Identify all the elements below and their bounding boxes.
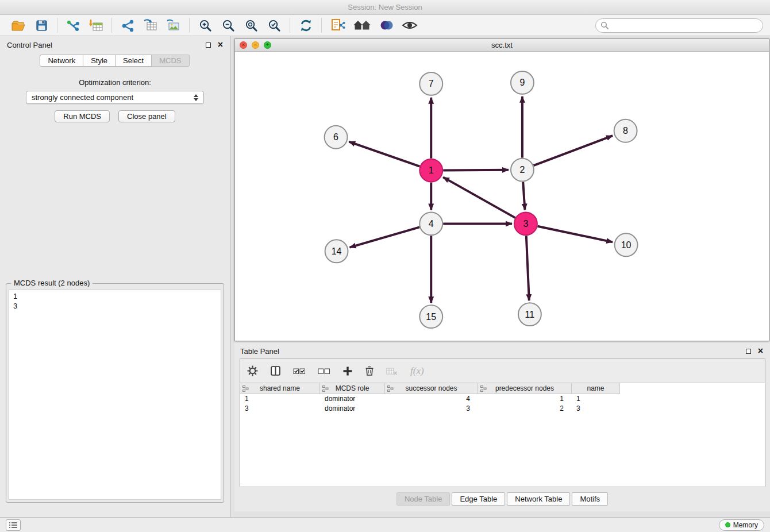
mcds-result-title: MCDS result (2 nodes) bbox=[11, 279, 93, 287]
export-image-button[interactable] bbox=[164, 17, 183, 34]
table-row[interactable]: 1 dominator 4 1 1 bbox=[240, 394, 765, 404]
annotation-share-button[interactable] bbox=[328, 17, 346, 34]
svg-text:14: 14 bbox=[332, 246, 342, 256]
graph-node-6[interactable]: 6 bbox=[325, 126, 348, 149]
graph-edge-3-11[interactable] bbox=[526, 236, 529, 300]
cell-mcds-role: dominator bbox=[320, 404, 385, 414]
graph-node-9[interactable]: 9 bbox=[511, 71, 534, 94]
svg-text:7: 7 bbox=[429, 79, 434, 88]
table-panel-title: Table Panel bbox=[240, 347, 279, 356]
svg-text:2: 2 bbox=[519, 165, 525, 175]
delete-column-button[interactable] bbox=[365, 365, 374, 376]
tab-motifs[interactable]: Motifs bbox=[572, 492, 608, 506]
graph-node-11[interactable]: 11 bbox=[518, 303, 541, 326]
tab-network-table[interactable]: Network Table bbox=[507, 492, 570, 506]
mcds-result-item[interactable]: 3 bbox=[13, 301, 217, 311]
cell-predecessor-nodes: 2 bbox=[478, 404, 572, 414]
column-header-successor-nodes[interactable]: successor nodes bbox=[385, 383, 478, 394]
import-table-icon bbox=[88, 18, 103, 33]
home-button[interactable] bbox=[351, 17, 373, 34]
svg-text:15: 15 bbox=[426, 312, 436, 322]
svg-text:8: 8 bbox=[623, 126, 628, 136]
close-panel-button[interactable]: × bbox=[218, 41, 223, 48]
graph-node-14[interactable]: 14 bbox=[325, 240, 348, 263]
zoom-in-button[interactable] bbox=[196, 17, 214, 34]
cell-successor-nodes: 4 bbox=[385, 394, 478, 404]
minimize-window-button[interactable]: − bbox=[252, 41, 259, 49]
column-header-name[interactable]: name bbox=[572, 383, 620, 394]
criterion-dropdown[interactable]: strongly connected component bbox=[26, 91, 204, 104]
zoom-out-icon bbox=[221, 18, 236, 33]
delete-table-icon bbox=[386, 367, 398, 376]
graph-edge-1-6[interactable] bbox=[349, 142, 419, 167]
graph-node-15[interactable]: 15 bbox=[419, 305, 442, 328]
svg-text:11: 11 bbox=[525, 310, 535, 319]
show-columns-button[interactable] bbox=[270, 365, 281, 376]
task-history-button[interactable] bbox=[6, 519, 21, 531]
table-row[interactable]: 3 dominator 3 2 3 bbox=[240, 404, 765, 414]
table-settings-button[interactable] bbox=[247, 365, 258, 376]
graph-edge-4-14[interactable] bbox=[350, 227, 420, 247]
function-builder-button[interactable]: f(x) bbox=[410, 365, 424, 377]
column-header-predecessor-nodes[interactable]: predecessor nodes bbox=[478, 383, 572, 394]
toolbar-separator bbox=[321, 18, 322, 33]
float-panel-button[interactable] bbox=[206, 43, 211, 48]
refresh-button[interactable] bbox=[297, 17, 315, 34]
tab-select[interactable]: Select bbox=[115, 55, 152, 67]
criterion-dropdown-value: strongly connected component bbox=[32, 93, 133, 102]
svg-text:10: 10 bbox=[621, 240, 632, 250]
tab-edge-table[interactable]: Edge Table bbox=[452, 492, 505, 506]
graph-node-1[interactable]: 1 bbox=[419, 159, 442, 182]
tab-style[interactable]: Style bbox=[83, 55, 116, 67]
graph-node-3[interactable]: 3 bbox=[514, 212, 537, 235]
close-panel-button-mcds[interactable]: Close panel bbox=[118, 110, 175, 122]
deselect-all-rows-button[interactable] bbox=[318, 367, 330, 376]
network-canvas[interactable]: 7968124314101511 bbox=[235, 52, 769, 341]
zoom-fit-button[interactable] bbox=[242, 17, 260, 34]
save-session-button[interactable] bbox=[32, 17, 51, 34]
network-from-table-button[interactable] bbox=[141, 17, 160, 34]
zoom-out-button[interactable] bbox=[219, 17, 237, 34]
graph-edge-3-1[interactable] bbox=[443, 177, 515, 218]
tab-node-table[interactable]: Node Table bbox=[396, 492, 451, 506]
graph-node-7[interactable]: 7 bbox=[419, 72, 442, 95]
show-hide-button[interactable] bbox=[401, 17, 419, 34]
tab-mcds[interactable]: MCDS bbox=[151, 55, 189, 67]
memory-button[interactable]: Memory bbox=[719, 519, 764, 531]
zoom-window-button[interactable]: + bbox=[264, 41, 271, 49]
cell-predecessor-nodes: 1 bbox=[478, 394, 572, 404]
graph-node-4[interactable]: 4 bbox=[419, 212, 442, 235]
search-icon bbox=[600, 21, 609, 32]
network-window-title: scc.txt bbox=[491, 41, 513, 49]
close-window-button[interactable]: × bbox=[240, 41, 247, 49]
close-table-panel-button[interactable]: × bbox=[758, 348, 763, 354]
graph-node-10[interactable]: 10 bbox=[615, 233, 638, 256]
select-all-rows-button[interactable] bbox=[293, 367, 306, 376]
zoom-selected-button[interactable] bbox=[265, 17, 283, 34]
add-column-button[interactable] bbox=[342, 366, 353, 376]
column-header-shared-name[interactable]: shared name bbox=[240, 383, 320, 394]
graph-node-2[interactable]: 2 bbox=[511, 159, 534, 182]
graph-node-8[interactable]: 8 bbox=[614, 119, 637, 142]
graph-edge-1-2[interactable] bbox=[443, 170, 509, 171]
delete-table-button[interactable] bbox=[386, 367, 398, 376]
memory-status-icon bbox=[725, 522, 730, 527]
eye-icon bbox=[402, 20, 418, 31]
float-table-panel-button[interactable] bbox=[746, 349, 751, 354]
open-session-button[interactable] bbox=[9, 17, 28, 34]
style-apply-button[interactable] bbox=[378, 17, 396, 34]
search-input[interactable] bbox=[595, 18, 763, 33]
network-graph-svg[interactable]: 7968124314101511 bbox=[235, 52, 769, 341]
run-mcds-button[interactable]: Run MCDS bbox=[55, 110, 110, 122]
import-network-button[interactable] bbox=[64, 17, 82, 34]
graph-edge-3-10[interactable] bbox=[537, 226, 613, 242]
mcds-result-item[interactable]: 1 bbox=[13, 291, 217, 301]
graph-edge-2-3[interactable] bbox=[523, 182, 525, 210]
table-panel-tabs: Node Table Edge Table Network Table Moti… bbox=[234, 492, 770, 506]
import-table-button[interactable] bbox=[87, 17, 105, 34]
new-network-button[interactable] bbox=[118, 17, 137, 34]
graph-edge-2-8[interactable] bbox=[533, 136, 613, 165]
table-panel: Table Panel × bbox=[234, 342, 770, 511]
tab-network[interactable]: Network bbox=[40, 55, 83, 67]
column-header-mcds-role[interactable]: MCDS role bbox=[320, 383, 385, 394]
